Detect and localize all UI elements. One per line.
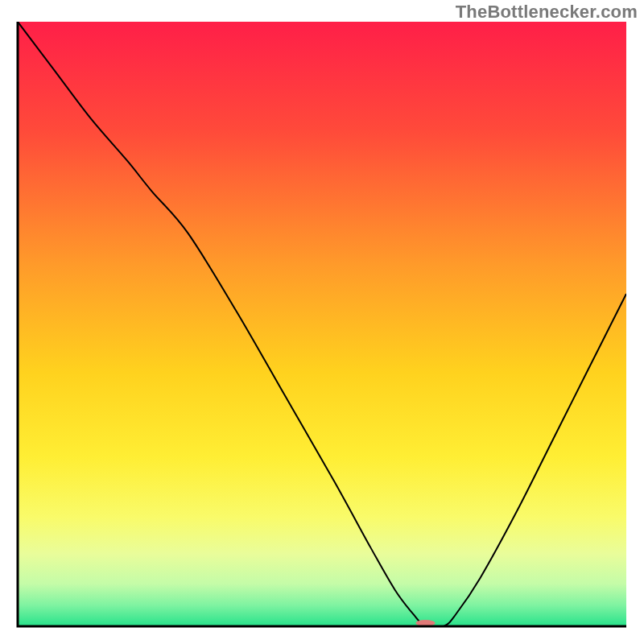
plot-background (18, 22, 626, 626)
bottleneck-chart: TheBottlenecker.com (0, 0, 644, 644)
chart-svg (0, 0, 644, 644)
